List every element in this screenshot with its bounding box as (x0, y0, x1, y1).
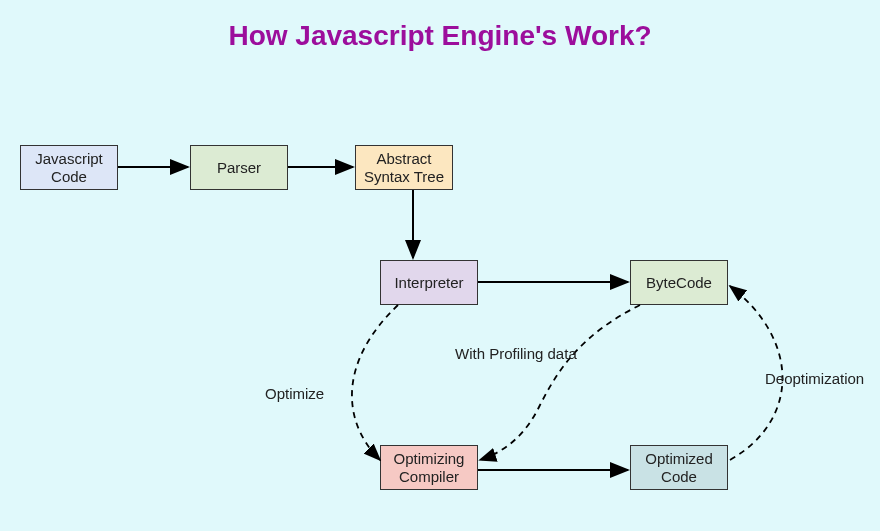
node-opt-code: OptimizedCode (630, 445, 728, 490)
node-interpreter: Interpreter (380, 260, 478, 305)
node-parser: Parser (190, 145, 288, 190)
edge-bytecode-to-optcomp (480, 305, 640, 460)
node-label: OptimizingCompiler (394, 450, 465, 486)
node-ast: AbstractSyntax Tree (355, 145, 453, 190)
edge-label-deopt: Deoptimization (765, 370, 864, 387)
edge-label-optimize: Optimize (265, 385, 324, 402)
node-label: OptimizedCode (645, 450, 713, 486)
node-label: Interpreter (394, 274, 463, 292)
edge-label-profiling: With Profiling data (455, 345, 577, 362)
node-bytecode: ByteCode (630, 260, 728, 305)
diagram-title: How Javascript Engine's Work? (0, 20, 880, 52)
node-label: ByteCode (646, 274, 712, 292)
node-label: JavascriptCode (35, 150, 103, 186)
node-js-code: JavascriptCode (20, 145, 118, 190)
node-opt-compiler: OptimizingCompiler (380, 445, 478, 490)
node-label: AbstractSyntax Tree (364, 150, 444, 186)
node-label: Parser (217, 159, 261, 177)
edge-interp-to-optcomp (352, 305, 398, 460)
